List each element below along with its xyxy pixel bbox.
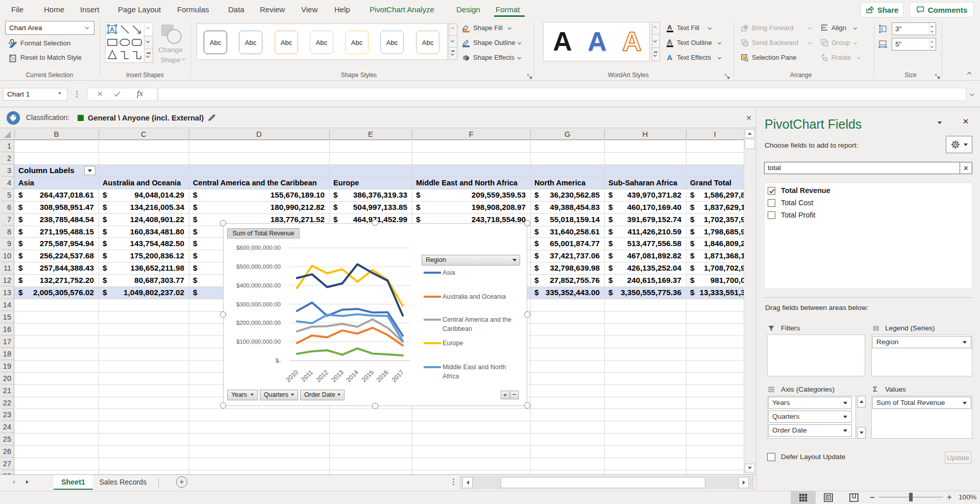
svg-text:A: A xyxy=(667,53,673,62)
svg-text:A: A xyxy=(667,23,672,31)
svg-text:A: A xyxy=(667,38,672,46)
svg-text:A: A xyxy=(110,26,114,33)
